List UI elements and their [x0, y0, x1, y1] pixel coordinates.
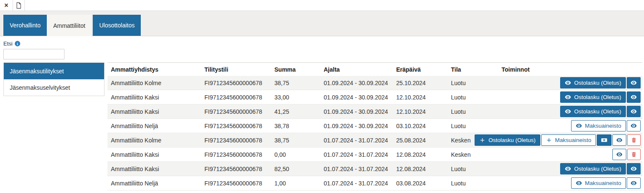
cell-tila: Luotu — [448, 94, 498, 101]
cell-ajalta: 01.09.2024 - 30.09.2024 — [320, 123, 393, 129]
eye-icon — [631, 94, 637, 100]
cell-ajalta: 01.07.2024 - 31.07.2024 — [320, 137, 393, 144]
eye-icon — [631, 166, 637, 172]
ostolasku-oletus-button[interactable]: Ostolasku (Oletus) — [560, 163, 626, 174]
view-button[interactable] — [627, 120, 641, 131]
ostolasku-oletus-button[interactable]: Ostolasku (Oletus) — [560, 77, 626, 88]
eye-icon — [631, 123, 637, 129]
cell-tilitystili: FI9712345600000678 — [201, 123, 271, 129]
cell-ajalta: 01.09.2024 - 30.09.2024 — [320, 94, 393, 101]
add-ostolasku-oletus-button[interactable]: Ostolasku (Oletus) — [475, 134, 540, 146]
table-row: Ammattiliitto NeljäFI97123456000006781,0… — [107, 176, 642, 190]
table-row: Ammattiliitto NeljäFI971234560000067838,… — [107, 119, 642, 133]
cell-ajalta: 01.07.2024 - 31.07.2024 — [320, 151, 393, 158]
cell-erapaiva: 03.08.2024 — [393, 180, 448, 187]
money-bill-icon — [601, 137, 608, 143]
view-button[interactable] — [612, 134, 626, 146]
sidebar-item-jäsenmaksutilitykset[interactable]: Jäsenmaksutilitykset — [4, 63, 104, 79]
view-button[interactable] — [627, 106, 641, 117]
cell-summa: 0,00 — [271, 151, 320, 158]
cell-tilitystili: FI9712345600000678 — [201, 108, 271, 115]
cell-tila: Luotu — [448, 123, 498, 129]
cell-erapaiva: 12.10.2024 — [393, 108, 448, 115]
eye-icon — [631, 180, 637, 186]
cell-tila: Luotu — [448, 166, 498, 172]
add-maksuaineisto-button[interactable]: Maksuaineisto — [541, 134, 596, 146]
row-actions: Maksuaineisto — [498, 120, 642, 131]
view-button[interactable] — [627, 177, 641, 189]
eye-icon — [565, 108, 571, 115]
sidebar-item-jäsenmaksuselvitykset[interactable]: Jäsenmaksuselvitykset — [4, 79, 104, 96]
cell-erapaiva: 12.10.2024 — [393, 94, 448, 101]
column-header: Ajalta — [320, 66, 393, 73]
cell-summa: 1,00 — [271, 180, 320, 187]
search-label-row: Etsi i — [3, 40, 642, 47]
row-actions — [498, 149, 642, 160]
tab-strip: VerohallintoAmmattiliitotUlosottolaitos — [0, 11, 644, 36]
cell-summa: 82,50 — [271, 166, 320, 172]
tab-verohallinto[interactable]: Verohallinto — [3, 15, 47, 36]
eye-icon — [565, 80, 571, 86]
table-row: Ammattiliitto KaksiFI971234560000067833,… — [107, 90, 642, 105]
delete-button[interactable] — [627, 149, 641, 160]
blank-document-icon[interactable] — [13, 0, 25, 11]
cell-ajalta: 01.07.2024 - 31.07.2024 — [320, 166, 393, 172]
table-row: Ammattiliitto KaksiFI971234560000067841,… — [107, 105, 642, 119]
delete-button[interactable] — [627, 134, 641, 146]
cell-ammattiyhdistys: Ammattiliitto Neljä — [107, 123, 201, 129]
cell-summa: 33,00 — [271, 94, 320, 101]
cell-erapaiva: 12.08.2024 — [393, 151, 448, 158]
search-input[interactable] — [3, 49, 64, 59]
row-actions: Maksuaineisto — [498, 177, 642, 189]
cell-erapaiva: 03.10.2024 — [393, 123, 448, 129]
eye-icon — [576, 123, 582, 129]
button-label: Maksuaineisto — [555, 137, 591, 143]
sidebar-menu: JäsenmaksutilityksetJäsenmaksuselvitykse… — [3, 62, 105, 96]
cell-ajalta: 01.09.2024 - 30.09.2024 — [320, 108, 393, 115]
cell-summa: 38,75 — [271, 137, 320, 144]
table-row: Ammattiliitto KaksiFI97123456000006780,0… — [107, 147, 642, 162]
view-button[interactable] — [627, 91, 641, 103]
table-row: Ammattiliitto KolmeFI971234560000067838,… — [107, 133, 642, 147]
maksuaineisto-button[interactable]: Maksuaineisto — [571, 177, 626, 189]
cell-ajalta: 01.07.2024 - 31.07.2024 — [320, 180, 393, 187]
cell-summa: 38,78 — [271, 123, 320, 129]
cell-ammattiyhdistys: Ammattiliitto Kaksi — [107, 151, 201, 158]
button-label: Maksuaineisto — [585, 123, 621, 129]
main-area: JäsenmaksutilityksetJäsenmaksuselvitykse… — [3, 62, 642, 190]
row-actions: Ostolasku (Oletus) — [498, 77, 642, 88]
cell-tilitystili: FI9712345600000678 — [201, 180, 271, 187]
view-button[interactable] — [627, 77, 641, 88]
cell-tila: Luotu — [448, 108, 498, 115]
tab-ulosottolaitos[interactable]: Ulosottolaitos — [93, 15, 141, 36]
button-label: Maksuaineisto — [585, 180, 621, 186]
cell-summa: 41,25 — [271, 108, 320, 115]
cell-tilitystili: FI9712345600000678 — [201, 94, 271, 101]
money-bill-button[interactable] — [597, 134, 612, 146]
eye-icon — [565, 94, 571, 100]
button-label: Ostolasku (Oletus) — [574, 80, 621, 86]
info-circle-icon[interactable]: i — [15, 41, 20, 46]
cell-tila: Kesken — [448, 151, 498, 158]
button-label: Ostolasku (Oletus) — [488, 137, 536, 143]
eye-icon — [631, 80, 637, 86]
close-icon[interactable]: × — [0, 0, 13, 11]
column-header: Ammattiyhdistys — [107, 66, 201, 73]
tab-ammattiliitot[interactable]: Ammattiliitot — [47, 15, 91, 36]
table-row: Ammattiliitto KaksiFI971234560000067882,… — [107, 162, 642, 176]
view-button[interactable] — [612, 149, 626, 160]
plus-icon — [546, 137, 552, 143]
settlements-table: AmmattiyhdistysTilitystiliSummaAjaltaErä… — [107, 62, 642, 190]
column-header: Tilitystili — [201, 66, 271, 73]
eye-icon — [616, 151, 623, 158]
eye-icon — [616, 137, 623, 143]
cell-tilitystili: FI9712345600000678 — [201, 80, 271, 86]
cell-ammattiyhdistys: Ammattiliitto Kaksi — [107, 166, 201, 172]
eye-icon — [631, 108, 637, 115]
maksuaineisto-button[interactable]: Maksuaineisto — [571, 120, 626, 131]
view-button[interactable] — [627, 163, 641, 174]
cell-ammattiyhdistys: Ammattiliitto Kolme — [107, 80, 201, 86]
cell-tilitystili: FI9712345600000678 — [201, 137, 271, 144]
ostolasku-oletus-button[interactable]: Ostolasku (Oletus) — [560, 91, 626, 103]
ostolasku-oletus-button[interactable]: Ostolasku (Oletus) — [560, 106, 626, 117]
